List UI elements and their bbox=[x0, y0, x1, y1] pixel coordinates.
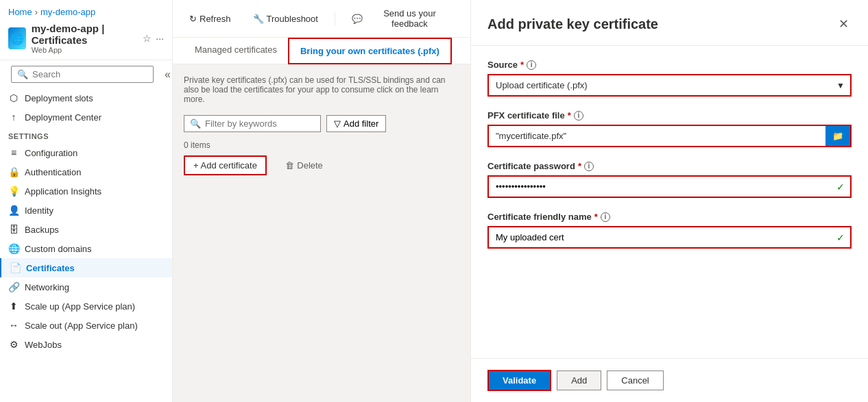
friendly-name-field-group: Certificate friendly name * i ✓ bbox=[487, 212, 852, 249]
pfx-browse-button[interactable]: 📁 bbox=[825, 126, 850, 146]
app-title-text: my-demo-app | Certificates Web App bbox=[32, 23, 138, 54]
add-certificate-button[interactable]: + Add certificate bbox=[184, 155, 267, 175]
friendly-name-input[interactable] bbox=[489, 227, 831, 247]
filter-row: 🔍 ▽ Add filter bbox=[184, 115, 459, 132]
action-divider: | bbox=[269, 160, 274, 171]
favorite-icon[interactable]: ☆ bbox=[143, 33, 152, 44]
app-title: my-demo-app | Certificates bbox=[32, 23, 138, 46]
add-filter-button[interactable]: ▽ Add filter bbox=[326, 115, 386, 132]
sidebar-item-certificates[interactable]: 📄 Certificates bbox=[0, 258, 172, 277]
sidebar-item-label: Certificates bbox=[26, 263, 75, 273]
pfx-label: PFX certificate file * i bbox=[487, 110, 852, 121]
pfx-file-input-wrapper: 📁 bbox=[487, 125, 852, 147]
sidebar-header: Home › my-demo-app 🌐 my-demo-app | Certi… bbox=[0, 0, 172, 60]
sidebar-item-label: Scale out (App Service plan) bbox=[25, 321, 138, 331]
deployment-slots-icon: ⬡ bbox=[8, 92, 19, 103]
password-input[interactable] bbox=[489, 177, 831, 197]
sidebar-item-scale-out[interactable]: ↔ Scale out (App Service plan) bbox=[0, 316, 172, 335]
sidebar-item-label: Deployment Center bbox=[25, 112, 101, 123]
source-required: * bbox=[520, 60, 524, 70]
add-cert-label: + Add certificate bbox=[193, 160, 257, 171]
sidebar-item-label: Networking bbox=[25, 282, 69, 292]
sidebar-item-label: Authentication bbox=[25, 167, 81, 177]
sidebar-item-identity[interactable]: 👤 Identity bbox=[0, 201, 172, 220]
filter-search-icon: 🔍 bbox=[190, 118, 201, 129]
sidebar-item-label: Identity bbox=[25, 205, 53, 216]
authentication-icon: 🔒 bbox=[8, 166, 19, 177]
sidebar-item-deployment-slots[interactable]: ⬡ Deployment slots bbox=[0, 88, 172, 108]
backups-icon: 🗄 bbox=[8, 224, 19, 235]
sidebar-item-application-insights[interactable]: 💡 Application Insights bbox=[0, 181, 172, 201]
friendly-name-check-icon: ✓ bbox=[831, 232, 850, 243]
filter-input[interactable] bbox=[205, 118, 315, 129]
feedback-label: Send us your feedback bbox=[365, 8, 454, 29]
refresh-button[interactable]: ↻ Refresh bbox=[184, 11, 237, 27]
password-field-group: Certificate password * i ✓ bbox=[487, 161, 852, 198]
password-wrapper: ✓ bbox=[487, 175, 852, 198]
source-label: Source * i bbox=[487, 60, 852, 70]
filter-icon: ▽ bbox=[334, 118, 341, 129]
configuration-icon: ≡ bbox=[8, 147, 19, 158]
search-input[interactable] bbox=[32, 69, 147, 79]
sidebar-item-configuration[interactable]: ≡ Configuration bbox=[0, 143, 172, 162]
cancel-button[interactable]: Cancel bbox=[607, 370, 663, 390]
breadcrumb-home[interactable]: Home bbox=[8, 7, 32, 17]
panel-header: Add private key certificate ✕ bbox=[471, 0, 868, 46]
panel-close-button[interactable]: ✕ bbox=[836, 14, 852, 34]
sidebar-item-label: Scale up (App Service plan) bbox=[25, 301, 135, 312]
breadcrumb: Home › my-demo-app bbox=[8, 7, 164, 17]
feedback-button[interactable]: 💬 Send us your feedback bbox=[346, 5, 459, 32]
scale-up-icon: ⬆ bbox=[8, 301, 19, 312]
refresh-icon: ↻ bbox=[189, 14, 197, 24]
sidebar-item-authentication[interactable]: 🔒 Authentication bbox=[0, 162, 172, 181]
app-icon: 🌐 bbox=[8, 27, 26, 49]
friendly-name-required: * bbox=[594, 212, 598, 222]
tab-byo-certificates[interactable]: Bring your own certificates (.pfx) bbox=[288, 38, 452, 64]
sidebar-item-networking[interactable]: 🔗 Networking bbox=[0, 277, 172, 297]
certificates-icon: 📄 bbox=[10, 262, 21, 273]
pfx-info-icon[interactable]: i bbox=[574, 111, 583, 121]
search-box: 🔍 bbox=[11, 66, 154, 83]
sidebar-item-label: Application Insights bbox=[25, 186, 101, 197]
deployment-center-icon: ↑ bbox=[8, 112, 19, 123]
sidebar-item-custom-domains[interactable]: 🌐 Custom domains bbox=[0, 239, 172, 258]
sidebar-item-scale-up[interactable]: ⬆ Scale up (App Service plan) bbox=[0, 297, 172, 316]
source-info-icon[interactable]: i bbox=[527, 60, 536, 70]
add-button[interactable]: Add bbox=[557, 370, 601, 390]
delete-label: Delete bbox=[297, 160, 323, 171]
sidebar-item-label: Configuration bbox=[25, 148, 77, 158]
password-label: Certificate password * i bbox=[487, 161, 852, 171]
networking-icon: 🔗 bbox=[8, 281, 19, 292]
items-count: 0 items bbox=[184, 140, 459, 150]
password-info-icon[interactable]: i bbox=[584, 162, 594, 171]
more-options-icon[interactable]: ··· bbox=[156, 33, 164, 44]
troubleshoot-icon: 🔧 bbox=[253, 14, 264, 24]
tab-managed-certificates[interactable]: Managed certificates bbox=[184, 38, 288, 64]
settings-section-label: Settings bbox=[0, 127, 172, 143]
troubleshoot-label: Troubleshoot bbox=[267, 14, 318, 24]
sidebar-item-backups[interactable]: 🗄 Backups bbox=[0, 220, 172, 239]
delete-icon: 🗑 bbox=[285, 160, 294, 171]
sidebar: Home › my-demo-app 🌐 my-demo-app | Certi… bbox=[0, 0, 173, 402]
delete-button[interactable]: 🗑 Delete bbox=[277, 157, 331, 174]
collapse-sidebar-button[interactable]: « bbox=[162, 66, 173, 84]
sidebar-item-label: Deployment slots bbox=[25, 93, 93, 103]
sidebar-item-deployment-center[interactable]: ↑ Deployment Center bbox=[0, 108, 172, 127]
application-insights-icon: 💡 bbox=[8, 186, 19, 197]
friendly-name-label: Certificate friendly name * i bbox=[487, 212, 852, 222]
troubleshoot-button[interactable]: 🔧 Troubleshoot bbox=[248, 11, 324, 27]
pfx-field-group: PFX certificate file * i 📁 bbox=[487, 110, 852, 147]
breadcrumb-app[interactable]: my-demo-app bbox=[40, 7, 95, 17]
password-check-icon: ✓ bbox=[831, 181, 850, 192]
sidebar-item-webjobs[interactable]: ⚙ WebJobs bbox=[0, 335, 172, 354]
validate-button[interactable]: Validate bbox=[487, 370, 551, 391]
source-select[interactable]: Upload certificate (.pfx) Import from Ke… bbox=[489, 75, 850, 95]
sidebar-item-label: Backups bbox=[25, 225, 59, 235]
pfx-file-input[interactable] bbox=[489, 126, 825, 146]
friendly-name-wrapper: ✓ bbox=[487, 226, 852, 249]
friendly-name-info-icon[interactable]: i bbox=[601, 212, 610, 222]
sidebar-item-label: Custom domains bbox=[25, 244, 92, 254]
feedback-icon: 💬 bbox=[352, 14, 363, 24]
refresh-label: Refresh bbox=[200, 14, 231, 24]
app-subtitle: Web App bbox=[32, 46, 138, 54]
